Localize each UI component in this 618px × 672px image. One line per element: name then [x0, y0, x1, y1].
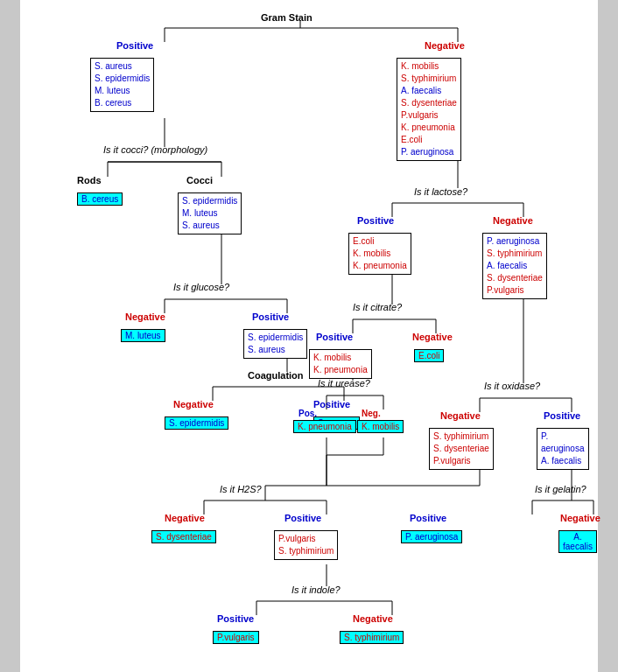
- is-urease-question: Is it urease?: [318, 378, 370, 388]
- coag-negative-box: S. epidermidis: [165, 416, 228, 430]
- gelatin-positive-label: Positive: [410, 513, 446, 523]
- glucose-negative-label: Negative: [125, 312, 165, 322]
- citrate-positive-box: K. mobilis K. pneumonia: [309, 349, 372, 379]
- rods-label: Rods: [77, 175, 102, 186]
- rods-box: B. cereus: [77, 192, 123, 206]
- h2s-negative-box: S. dysenteriae: [151, 530, 216, 543]
- gram-positive-box: S. aureus S. epidermidis M. luteus B. ce…: [90, 58, 154, 112]
- gelatin-negative-box: A. faecalis: [558, 530, 597, 553]
- indole-negative-box: S. typhimirium: [340, 631, 404, 644]
- lactose-positive-box: E.coli K. mobilis K. pneumonia: [348, 233, 411, 275]
- urease-positive-box: K. pneumonia: [293, 420, 356, 433]
- gram-negative-box: K. mobilis S. typhimirium A. faecalis S.…: [397, 58, 461, 161]
- is-h2s-question: Is it H2S?: [220, 484, 262, 494]
- indole-negative-label: Negative: [353, 613, 393, 624]
- urease-negative-box: K. mobilis: [357, 420, 404, 433]
- is-oxidase-question: Is it oxidase?: [484, 381, 540, 391]
- citrate-negative-label: Negative: [412, 332, 453, 342]
- is-glucose-question: Is it glucose?: [173, 282, 229, 292]
- cocci-box: S. epidermidis M. luteus S. aureus: [178, 192, 242, 234]
- is-gelatin-question: Is it gelatin?: [535, 484, 586, 494]
- coagulation-label: Coagulation: [248, 370, 304, 381]
- coag-positive-label: Positive: [313, 399, 350, 410]
- negative-label-gram: Negative: [425, 40, 465, 51]
- is-lactose-question: Is it lactose?: [414, 186, 467, 197]
- glucose-positive-label: Positive: [252, 312, 289, 322]
- oxidase-negative-label: Negative: [440, 410, 481, 421]
- h2s-positive-label: Positive: [284, 513, 321, 523]
- indole-positive-label: Positive: [217, 613, 254, 624]
- gelatin-negative-label: Negative: [560, 513, 600, 523]
- coag-negative-label: Negative: [173, 399, 214, 410]
- citrate-positive-label: Positive: [316, 332, 353, 342]
- gram-stain-label: Gram Stain: [261, 12, 313, 23]
- citrate-negative-box: E.coli: [414, 349, 444, 362]
- is-citrate-question: Is it citrate?: [353, 302, 402, 312]
- lactose-negative-label: Negative: [493, 215, 533, 226]
- positive-label-gram: Positive: [116, 40, 153, 51]
- h2s-negative-label: Negative: [165, 513, 205, 523]
- is-indole-question: Is it indole?: [291, 584, 341, 595]
- indole-positive-box: P.vulgaris: [213, 631, 259, 644]
- cocci-label: Cocci: [186, 175, 213, 186]
- oxidase-negative-box: S. typhimirium S. dysenteriae P.vulgaris: [429, 428, 494, 470]
- urease-positive-label: Pos.: [298, 408, 317, 418]
- is-cocci-question: Is it cocci? (morphology): [103, 144, 207, 155]
- glucose-positive-box: S. epidermidis S. aureus: [243, 329, 307, 359]
- oxidase-positive-label: Positive: [544, 410, 580, 421]
- urease-negative-label: Neg.: [362, 408, 381, 418]
- lactose-negative-box: P. aeruginosa S. typhimirium A. faecalis…: [482, 233, 547, 299]
- glucose-negative-box: M. luteus: [121, 329, 165, 342]
- h2s-positive-box: P.vulgaris S. typhimirium: [274, 530, 338, 560]
- gelatin-positive-box: P. aeruginosa: [401, 530, 462, 543]
- oxidase-positive-box: P. aeruginosa A. faecalis: [537, 428, 589, 470]
- lactose-positive-label: Positive: [357, 215, 394, 226]
